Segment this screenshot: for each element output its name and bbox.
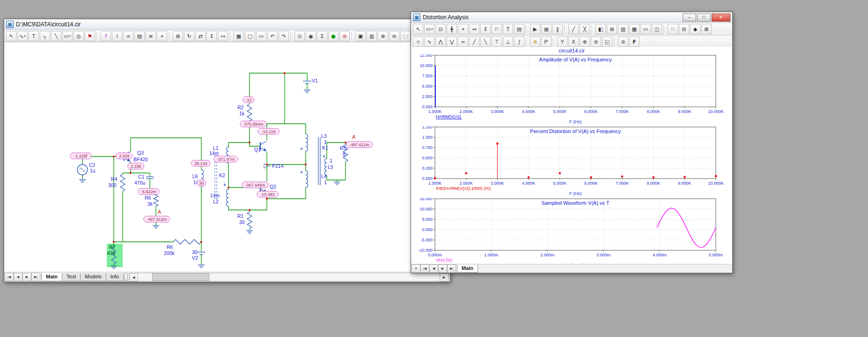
distortion-point[interactable]	[621, 176, 623, 178]
panel-grid-icon[interactable]: ⊞	[607, 24, 617, 34]
bus-mode-icon[interactable]: ≡	[146, 31, 156, 41]
close-button[interactable]: ✕	[712, 14, 730, 22]
prev-page-button[interactable]: ◀	[14, 273, 22, 281]
resistor[interactable]	[247, 212, 252, 229]
point-tag-icon[interactable]: ⌖	[458, 24, 468, 34]
zoom-out-icon[interactable]: ⊖	[389, 31, 399, 41]
vertical-tag-icon[interactable]: ↕	[480, 24, 491, 34]
text-box-icon[interactable]: ▤	[134, 31, 145, 41]
single-panel-icon[interactable]: ▭	[640, 24, 651, 34]
horizontal-tag-icon[interactable]: ↔	[469, 24, 479, 34]
wire[interactable]	[250, 142, 260, 146]
select-mode-icon[interactable]: ↖	[6, 31, 16, 41]
sine-icon[interactable]: ∿	[424, 37, 434, 47]
scroll-right-icon[interactable]: ▶	[440, 273, 449, 282]
clip-region-icon[interactable]: ⊞	[173, 31, 183, 41]
cursor-p-icon[interactable]: P'	[541, 37, 552, 47]
step-icon[interactable]: ↦	[218, 31, 228, 41]
last-page-button[interactable]: ▶|	[31, 273, 40, 281]
waveform-chart[interactable]: 0.000m1.000m2.000m3.000m4.000m5.000m-10.…	[412, 198, 729, 268]
resistor[interactable]	[120, 174, 125, 191]
plot-border[interactable]	[435, 55, 716, 107]
single-cursor-icon[interactable]: ╱	[568, 24, 579, 34]
point-tag-icon[interactable]: ⌖	[157, 31, 167, 41]
distortion-point[interactable]	[528, 176, 530, 178]
copy-icon[interactable]: ▣	[355, 31, 366, 41]
vertical-grid-icon[interactable]: ▦	[629, 24, 640, 34]
text-mode-icon[interactable]: T	[29, 31, 39, 41]
horizontal-scroll-thumb[interactable]	[152, 273, 209, 281]
zoom-in-icon[interactable]: ⊕	[580, 37, 590, 47]
distortion-point[interactable]	[496, 142, 498, 144]
first-page-button[interactable]: |◀	[420, 264, 429, 273]
enable-icon[interactable]: ●	[328, 31, 338, 41]
scroll-left-icon[interactable]: ◀	[129, 273, 138, 282]
link-mode-icon[interactable]: ∞	[123, 31, 133, 41]
dual-cursor-icon[interactable]: ╳	[580, 24, 590, 34]
wire[interactable]	[228, 206, 250, 210]
inductor[interactable]	[325, 158, 327, 175]
prev-page-button[interactable]: ◀	[429, 264, 438, 273]
zoom-out-icon[interactable]: ⊖	[591, 37, 601, 47]
horizontal-grid-icon[interactable]: ▥	[618, 24, 628, 34]
tab-main[interactable]: Main	[41, 273, 62, 281]
split-panel-icon[interactable]: ◫	[652, 24, 662, 34]
go-to-x-icon[interactable]: X	[568, 37, 579, 47]
help-mode-icon[interactable]: ?	[101, 31, 111, 41]
paste-icon[interactable]: ▥	[367, 31, 377, 41]
wire-mode-icon[interactable]: ┐	[40, 31, 50, 41]
maximize-button[interactable]: □	[697, 14, 711, 22]
run-icon[interactable]: ▶	[530, 24, 540, 34]
mirror-icon[interactable]: ⇄	[195, 31, 206, 41]
formula-icon[interactable]: F	[629, 37, 640, 47]
cursor-mode-icon[interactable]: ╋	[447, 24, 457, 34]
first-page-button[interactable]: |◀	[5, 273, 14, 281]
go-to-y-icon[interactable]: Y	[557, 37, 567, 47]
distortion-point[interactable]	[715, 175, 717, 177]
peak-icon[interactable]: ⋀	[435, 37, 446, 47]
model-icon[interactable]: Σ	[317, 31, 327, 41]
plot-border[interactable]	[435, 199, 716, 250]
distortion-point[interactable]	[684, 176, 685, 178]
properties-icon[interactable]: ▤	[514, 24, 524, 34]
schematic-drawing[interactable]: ++++C21uQ3BF420R4300C1470uR53kR6200k30V2…	[4, 42, 441, 272]
find-component-icon[interactable]: ◎	[74, 31, 84, 41]
border-icon[interactable]: ▢	[245, 31, 255, 41]
options-icon[interactable]: ⊛	[530, 37, 540, 47]
resistor[interactable]	[247, 104, 252, 121]
inflection-icon[interactable]: ∫	[514, 37, 524, 47]
resistor[interactable]	[154, 193, 158, 206]
component-mode-icon[interactable]: ∿▾	[17, 31, 28, 41]
waveform-curve[interactable]	[657, 208, 716, 247]
repeat-find-icon[interactable]: ◉	[306, 31, 316, 41]
zoom-in-icon[interactable]: ⊕	[378, 31, 388, 41]
tab-text[interactable]: Text	[62, 273, 81, 281]
distortion-chart[interactable]: 1.000K2.000K3.000K4.000K5.000K6.000K7.00…	[412, 126, 729, 196]
grid-icon[interactable]: ▦	[234, 31, 244, 41]
annotate-mode-icon[interactable]: ▭▾	[424, 24, 434, 34]
find-icon[interactable]: ⊙	[294, 31, 305, 41]
low-icon[interactable]: ⊥	[503, 37, 513, 47]
distortion-point[interactable]	[434, 177, 436, 179]
tokens-icon[interactable]: ◆	[690, 24, 700, 34]
performance-tag-icon[interactable]: ⚐	[492, 24, 502, 34]
flag-mode-icon[interactable]: ⚑	[85, 31, 95, 41]
select-mode-icon[interactable]: ↖	[413, 24, 423, 34]
tab-info[interactable]: Info	[106, 273, 124, 281]
last-page-button[interactable]: ▶|	[447, 264, 456, 273]
chart-legend[interactable]: V(A) (V)	[436, 257, 452, 262]
wire[interactable]	[228, 142, 250, 147]
rise-icon[interactable]: ╱	[469, 37, 479, 47]
title-block-icon[interactable]: ▭	[256, 31, 266, 41]
inductor[interactable]	[227, 189, 229, 206]
flip-vertical-icon[interactable]: ↕	[206, 31, 217, 41]
distortion-point[interactable]	[559, 172, 561, 174]
distortion-point[interactable]	[465, 172, 467, 174]
pause-icon[interactable]: ‖	[552, 24, 563, 34]
chart-legend[interactable]: HARM(V(A))	[436, 114, 461, 119]
pan-icon[interactable]: ⊹	[413, 37, 423, 47]
scale-mode-icon[interactable]: ⊡	[435, 24, 446, 34]
amplitude-chart[interactable]: 1.000K2.000K3.000K4.000K5.000K6.000K7.00…	[412, 54, 729, 124]
chart-legend[interactable]: IHD(HARM(V(A)),1000) (%)	[436, 186, 491, 191]
tab-main[interactable]: Main	[457, 265, 478, 273]
